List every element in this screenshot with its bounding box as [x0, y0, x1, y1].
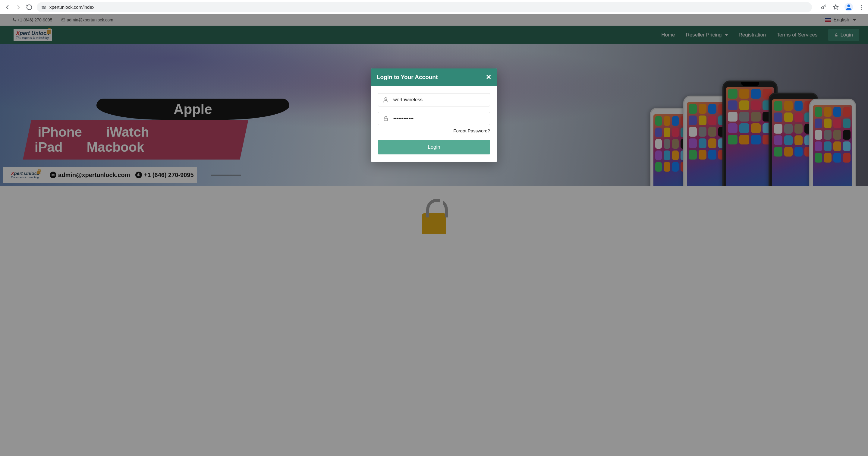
username-input[interactable]	[393, 97, 486, 103]
forward-icon[interactable]	[15, 4, 22, 10]
modal-header: Login to Your Account ✕	[371, 68, 497, 86]
svg-point-8	[861, 8, 862, 9]
password-input[interactable]	[393, 116, 486, 121]
password-field[interactable]	[378, 112, 490, 125]
lock-icon	[382, 115, 389, 122]
back-icon[interactable]	[4, 4, 11, 10]
svg-point-2	[42, 6, 43, 7]
login-modal: Login to Your Account ✕ Forgot Password?…	[371, 68, 497, 162]
user-icon	[382, 96, 389, 103]
username-field[interactable]	[378, 93, 490, 107]
svg-point-4	[822, 7, 824, 9]
address-bar[interactable]: xpertunlock.com/index	[37, 2, 812, 12]
svg-point-6	[861, 4, 862, 5]
svg-rect-11	[384, 118, 388, 121]
bookmark-star-icon[interactable]	[832, 4, 839, 10]
browser-toolbar: xpertunlock.com/index	[0, 0, 868, 14]
svg-point-7	[861, 7, 862, 7]
modal-backdrop[interactable]: Login to Your Account ✕ Forgot Password?…	[0, 14, 868, 456]
svg-point-10	[384, 98, 387, 100]
svg-point-5	[847, 4, 850, 7]
svg-point-3	[44, 7, 45, 8]
reload-icon[interactable]	[26, 4, 33, 10]
forgot-password-link[interactable]: Forgot Password?	[378, 128, 490, 133]
modal-title: Login to Your Account	[377, 74, 438, 81]
profile-avatar[interactable]	[844, 3, 853, 11]
close-icon[interactable]: ✕	[486, 74, 491, 81]
login-submit-button[interactable]: Login	[378, 140, 490, 154]
site-settings-icon[interactable]	[41, 4, 46, 10]
url-text: xpertunlock.com/index	[50, 4, 94, 10]
kebab-menu-icon[interactable]	[858, 4, 865, 10]
password-key-icon[interactable]	[820, 4, 827, 10]
